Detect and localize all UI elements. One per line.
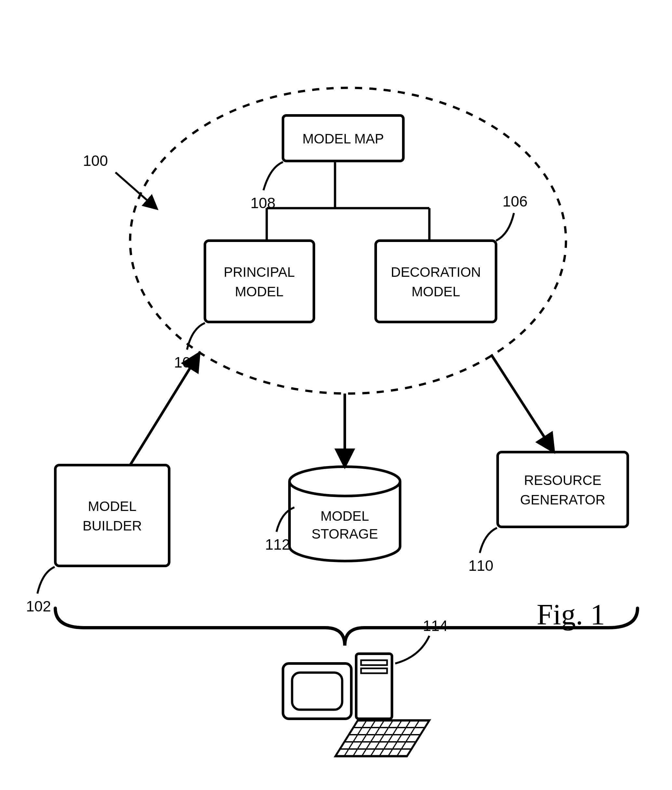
decoration-model-box: DECORATION MODEL <box>376 241 496 322</box>
figure-1-diagram: 100 MODEL MAP 108 PRINCIPAL MODEL 104 DE… <box>0 0 672 790</box>
ref-104-label: 104 <box>174 354 199 371</box>
svg-rect-4 <box>55 465 169 566</box>
arrow-ellipse-to-resource <box>491 355 553 451</box>
resource-label-2: GENERATOR <box>520 492 605 507</box>
ref-110: 110 <box>469 528 497 574</box>
ref-114-label: 114 <box>423 617 448 634</box>
decoration-label-1: DECORATION <box>391 264 481 280</box>
svg-rect-6 <box>498 452 628 527</box>
ref-114: 114 <box>395 617 448 664</box>
svg-point-5 <box>290 467 400 496</box>
arrow-builder-to-ellipse <box>130 355 198 465</box>
ref-102: 102 <box>26 567 54 615</box>
model-storage-label-1: MODEL <box>320 509 369 524</box>
model-map-label: MODEL MAP <box>302 131 384 146</box>
svg-rect-3 <box>376 241 496 322</box>
decoration-label-2: MODEL <box>411 284 460 299</box>
ref-112-label: 112 <box>265 536 290 553</box>
ref-106: 106 <box>496 193 528 241</box>
svg-rect-11 <box>292 673 342 710</box>
resource-label-1: RESOURCE <box>524 473 602 488</box>
model-storage-cylinder: MODEL STORAGE <box>290 467 400 561</box>
figure-label: Fig. 1 <box>537 598 605 631</box>
ref-102-label: 102 <box>26 598 51 615</box>
model-builder-box: MODEL BUILDER <box>55 465 169 566</box>
model-builder-label-2: BUILDER <box>83 518 142 533</box>
svg-line-0 <box>115 173 156 208</box>
svg-rect-2 <box>205 241 314 322</box>
principal-label-2: MODEL <box>235 284 283 299</box>
principal-label-1: PRINCIPAL <box>224 264 295 280</box>
ref-110-label: 110 <box>469 557 493 574</box>
ref-108: 108 <box>250 162 283 211</box>
resource-generator-box: RESOURCE GENERATOR <box>498 452 628 527</box>
ref-106-label: 106 <box>502 193 528 210</box>
ref-100: 100 <box>83 152 156 208</box>
computer-icon <box>283 654 429 756</box>
model-map-box: MODEL MAP <box>283 115 403 161</box>
principal-model-box: PRINCIPAL MODEL <box>205 241 314 322</box>
model-storage-label-2: STORAGE <box>312 526 378 542</box>
model-builder-label-1: MODEL <box>88 499 136 514</box>
ref-100-label: 100 <box>83 152 108 169</box>
